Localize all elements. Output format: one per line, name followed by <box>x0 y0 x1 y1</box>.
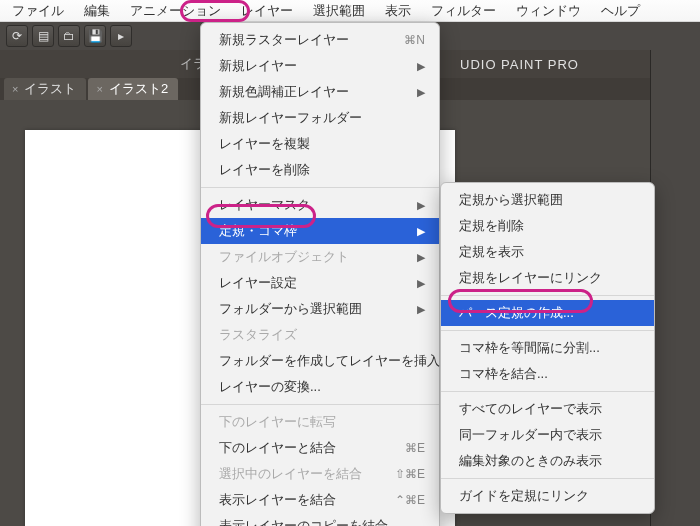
menu-item-label: 選択中のレイヤーを結合 <box>219 464 362 484</box>
ruler-submenu-item[interactable]: コマ枠を結合... <box>441 361 654 387</box>
menu-item-label: 表示レイヤーを結合 <box>219 490 336 510</box>
ruler-submenu-item[interactable]: 編集対象のときのみ表示 <box>441 448 654 474</box>
side-panel <box>650 50 700 526</box>
layer-menu-item[interactable]: 新規レイヤーフォルダー <box>201 105 439 131</box>
layer-menu-item[interactable]: 定規・コマ枠▶ <box>201 218 439 244</box>
menu-item-label: 新規レイヤー <box>219 56 297 76</box>
tool-btn-open[interactable]: 🗀 <box>58 25 80 47</box>
menu-shortcut: ⌘N <box>404 30 425 50</box>
layer-menu-item[interactable]: レイヤー設定▶ <box>201 270 439 296</box>
ruler-submenu-sep <box>441 295 654 296</box>
menu-item-label: 定規をレイヤーにリンク <box>459 268 602 288</box>
menu-shortcut: ⇧⌘E <box>395 464 425 484</box>
menu-item-label: コマ枠を結合... <box>459 364 548 384</box>
layer-menu-item[interactable]: 表示レイヤーのコピーを結合 <box>201 513 439 526</box>
ruler-frame-submenu: 定規から選択範囲定規を削除定規を表示定規をレイヤーにリンクパース定規の作成...… <box>440 182 655 514</box>
tab-label: イラスト <box>24 80 76 98</box>
menu-item-label: ファイルオブジェクト <box>219 247 349 267</box>
menu-item-label: フォルダーを作成してレイヤーを挿入 <box>219 351 440 371</box>
menu-item-label: 下のレイヤーに転写 <box>219 412 336 432</box>
ruler-submenu-item[interactable]: 定規を表示 <box>441 239 654 265</box>
tool-btn-arrow[interactable]: ▸ <box>110 25 132 47</box>
menu-item-label: コマ枠を等間隔に分割... <box>459 338 600 358</box>
layer-menu-item[interactable]: 新規色調補正レイヤー▶ <box>201 79 439 105</box>
tab-label: イラスト2 <box>109 80 168 98</box>
layer-menu-sep <box>201 404 439 405</box>
menu-item-label: すべてのレイヤーで表示 <box>459 399 602 419</box>
layer-menu-item[interactable]: フォルダーを作成してレイヤーを挿入 <box>201 348 439 374</box>
menu-item-label: 新規レイヤーフォルダー <box>219 108 362 128</box>
menu-shortcut: ⌘E <box>405 438 425 458</box>
menu-layer[interactable]: レイヤー <box>231 0 303 22</box>
menu-item-label: 新規ラスターレイヤー <box>219 30 349 50</box>
menu-item-label: ラスタライズ <box>219 325 297 345</box>
menu-filter[interactable]: フィルター <box>421 0 506 22</box>
menu-item-label: レイヤー設定 <box>219 273 297 293</box>
ruler-submenu-item[interactable]: ガイドを定規にリンク <box>441 483 654 509</box>
menu-item-label: 新規色調補正レイヤー <box>219 82 349 102</box>
submenu-arrow-icon: ▶ <box>417 299 425 319</box>
menu-selection[interactable]: 選択範囲 <box>303 0 375 22</box>
menu-animation[interactable]: アニメーション <box>120 0 231 22</box>
tab-1[interactable]: × イラスト <box>4 78 86 100</box>
tab-2[interactable]: × イラスト2 <box>88 78 178 100</box>
menu-item-label: 下のレイヤーと結合 <box>219 438 336 458</box>
app-title: UDIO PAINT PRO <box>460 57 579 72</box>
ruler-submenu-item[interactable]: 定規から選択範囲 <box>441 187 654 213</box>
tab-close-icon[interactable]: × <box>96 83 102 95</box>
layer-menu-item[interactable]: レイヤーの変換... <box>201 374 439 400</box>
menu-help[interactable]: ヘルプ <box>591 0 650 22</box>
menu-item-label: レイヤーの変換... <box>219 377 321 397</box>
submenu-arrow-icon: ▶ <box>417 56 425 76</box>
ruler-submenu-item[interactable]: 定規をレイヤーにリンク <box>441 265 654 291</box>
layer-menu-item[interactable]: フォルダーから選択範囲▶ <box>201 296 439 322</box>
ruler-submenu-item[interactable]: コマ枠を等間隔に分割... <box>441 335 654 361</box>
menu-item-label: 編集対象のときのみ表示 <box>459 451 602 471</box>
layer-menu-item[interactable]: レイヤーを削除 <box>201 157 439 183</box>
submenu-arrow-icon: ▶ <box>417 221 425 241</box>
menubar: ファイル 編集 アニメーション レイヤー 選択範囲 表示 フィルター ウィンドウ… <box>0 0 700 22</box>
ruler-submenu-item[interactable]: パース定規の作成... <box>441 300 654 326</box>
menu-item-label: レイヤーを削除 <box>219 160 310 180</box>
menu-item-label: ガイドを定規にリンク <box>459 486 589 506</box>
ruler-submenu-sep <box>441 478 654 479</box>
submenu-arrow-icon: ▶ <box>417 195 425 215</box>
menu-item-label: フォルダーから選択範囲 <box>219 299 362 319</box>
layer-menu-item[interactable]: 新規レイヤー▶ <box>201 53 439 79</box>
layer-menu-item: 下のレイヤーに転写 <box>201 409 439 435</box>
ruler-submenu-item[interactable]: 定規を削除 <box>441 213 654 239</box>
tab-close-icon[interactable]: × <box>12 83 18 95</box>
submenu-arrow-icon: ▶ <box>417 247 425 267</box>
menu-item-label: レイヤーマスク <box>219 195 310 215</box>
layer-menu-item[interactable]: 新規ラスターレイヤー⌘N <box>201 27 439 53</box>
ruler-submenu-item[interactable]: 同一フォルダー内で表示 <box>441 422 654 448</box>
ruler-submenu-sep <box>441 391 654 392</box>
menu-item-label: 定規を表示 <box>459 242 524 262</box>
menu-item-label: 定規から選択範囲 <box>459 190 563 210</box>
menu-item-label: 定規・コマ枠 <box>219 221 297 241</box>
tool-btn-new[interactable]: ▤ <box>32 25 54 47</box>
menu-item-label: 定規を削除 <box>459 216 524 236</box>
layer-menu-item: ラスタライズ <box>201 322 439 348</box>
menu-file[interactable]: ファイル <box>2 0 74 22</box>
menu-item-label: 同一フォルダー内で表示 <box>459 425 602 445</box>
tool-btn-save[interactable]: 💾 <box>84 25 106 47</box>
layer-menu: 新規ラスターレイヤー⌘N新規レイヤー▶新規色調補正レイヤー▶新規レイヤーフォルダ… <box>200 22 440 526</box>
menu-window[interactable]: ウィンドウ <box>506 0 591 22</box>
layer-menu-item[interactable]: レイヤーマスク▶ <box>201 192 439 218</box>
ruler-submenu-sep <box>441 330 654 331</box>
submenu-arrow-icon: ▶ <box>417 82 425 102</box>
menu-item-label: パース定規の作成... <box>459 303 574 323</box>
menu-edit[interactable]: 編集 <box>74 0 120 22</box>
menu-item-label: レイヤーを複製 <box>219 134 310 154</box>
tool-btn-1[interactable]: ⟳ <box>6 25 28 47</box>
menu-shortcut: ⌃⌘E <box>395 490 425 510</box>
layer-menu-item[interactable]: レイヤーを複製 <box>201 131 439 157</box>
layer-menu-sep <box>201 187 439 188</box>
layer-menu-item[interactable]: 下のレイヤーと結合⌘E <box>201 435 439 461</box>
layer-menu-item[interactable]: 表示レイヤーを結合⌃⌘E <box>201 487 439 513</box>
submenu-arrow-icon: ▶ <box>417 273 425 293</box>
menu-item-label: 表示レイヤーのコピーを結合 <box>219 516 388 526</box>
menu-view[interactable]: 表示 <box>375 0 421 22</box>
ruler-submenu-item[interactable]: すべてのレイヤーで表示 <box>441 396 654 422</box>
